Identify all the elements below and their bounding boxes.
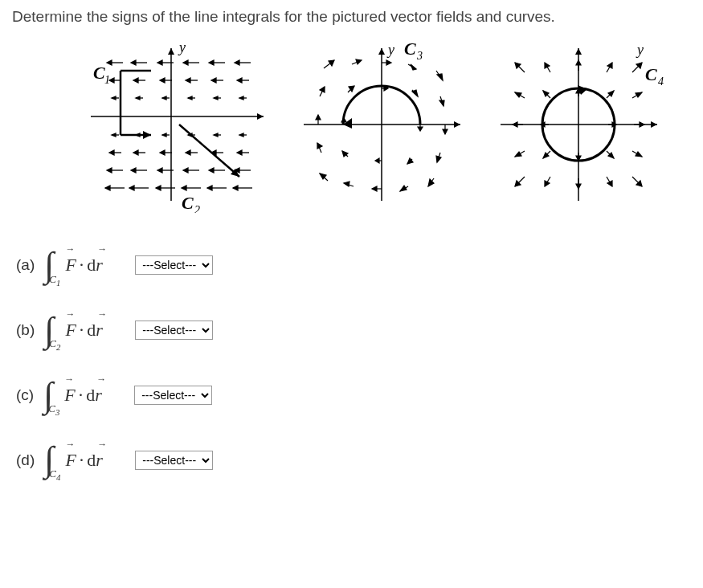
svg-marker-15 xyxy=(235,60,239,65)
curve-label-c2: C xyxy=(182,193,194,213)
svg-marker-79 xyxy=(129,186,134,190)
svg-marker-35 xyxy=(188,96,192,100)
question-d: (d) ∫ C4 F · dr ---Select--- xyxy=(16,447,691,472)
svg-marker-194 xyxy=(576,184,581,189)
svg-marker-25 xyxy=(211,78,216,83)
svg-marker-39 xyxy=(239,96,243,100)
svg-marker-55 xyxy=(133,150,138,155)
svg-marker-149 xyxy=(651,121,657,128)
svg-marker-139 xyxy=(344,182,349,186)
svg-marker-81 xyxy=(156,186,161,190)
svg-marker-109 xyxy=(320,87,325,92)
svg-marker-85 xyxy=(207,186,212,190)
select-c[interactable]: ---Select--- xyxy=(134,386,212,405)
svg-marker-91 xyxy=(143,131,151,139)
svg-marker-131 xyxy=(375,158,379,163)
svg-marker-172 xyxy=(513,122,517,127)
svg-marker-96 xyxy=(454,121,460,128)
axis-label-y-2: y xyxy=(386,42,394,58)
curve-label-c2-sub: 2 xyxy=(194,204,200,213)
svg-marker-69 xyxy=(157,168,162,173)
svg-marker-63 xyxy=(237,150,242,155)
svg-marker-5 xyxy=(107,60,112,65)
svg-marker-123 xyxy=(418,127,423,131)
svg-marker-13 xyxy=(209,60,214,65)
svg-marker-99 xyxy=(329,60,334,66)
svg-marker-19 xyxy=(133,78,138,83)
svg-marker-105 xyxy=(411,64,416,70)
svg-marker-170 xyxy=(636,92,642,97)
integral-a: ∫ C1 F · dr xyxy=(44,253,121,278)
svg-marker-77 xyxy=(105,186,110,190)
curve-label-c1: C xyxy=(93,63,105,83)
select-b[interactable]: ---Select--- xyxy=(135,321,213,340)
svg-marker-51 xyxy=(239,133,243,137)
instruction-text: Determine the signs of the line integral… xyxy=(12,8,691,26)
question-a: (a) ∫ C1 F · dr ---Select--- xyxy=(16,253,691,278)
part-label-d: (d) xyxy=(16,451,35,469)
axis-label-y: y xyxy=(178,40,186,55)
diagram-2: y xyxy=(296,40,468,213)
svg-marker-2 xyxy=(257,113,264,120)
diagrams-row: y xyxy=(12,40,691,213)
svg-marker-156 xyxy=(576,60,581,65)
svg-marker-29 xyxy=(112,96,116,100)
diagram-1: y xyxy=(71,40,272,213)
svg-marker-158 xyxy=(607,63,612,68)
svg-marker-101 xyxy=(356,59,362,64)
svg-marker-71 xyxy=(183,168,188,173)
axis-label-y-3: y xyxy=(636,42,644,58)
curve-label-c3-sub: 3 xyxy=(416,50,423,62)
svg-marker-178 xyxy=(640,122,644,127)
svg-marker-87 xyxy=(233,186,238,190)
select-a[interactable]: ---Select--- xyxy=(135,255,213,275)
svg-marker-57 xyxy=(160,150,165,155)
svg-marker-31 xyxy=(136,96,140,100)
svg-marker-21 xyxy=(160,78,165,83)
part-label-a: (a) xyxy=(16,256,35,274)
svg-marker-196 xyxy=(607,181,612,186)
svg-marker-150 xyxy=(575,48,582,55)
curve-label-c3: C xyxy=(404,40,416,59)
svg-marker-180 xyxy=(515,152,521,157)
svg-marker-141 xyxy=(372,186,377,191)
svg-marker-11 xyxy=(183,60,188,65)
svg-marker-27 xyxy=(237,78,242,83)
svg-marker-107 xyxy=(437,74,443,80)
svg-marker-37 xyxy=(214,96,218,100)
integral-c: ∫ C3 F · dr xyxy=(43,383,120,408)
svg-marker-119 xyxy=(316,115,321,120)
svg-marker-192 xyxy=(545,181,550,186)
part-label-c: (c) xyxy=(16,386,34,404)
svg-marker-117 xyxy=(439,100,444,106)
svg-marker-83 xyxy=(182,186,186,190)
svg-marker-59 xyxy=(186,150,190,155)
svg-marker-9 xyxy=(157,60,162,65)
svg-marker-41 xyxy=(112,133,116,137)
svg-marker-7 xyxy=(131,60,136,65)
svg-marker-53 xyxy=(109,150,114,155)
curve-label-c1-sub: 1 xyxy=(104,74,110,86)
svg-marker-135 xyxy=(436,156,441,162)
svg-marker-143 xyxy=(400,186,407,191)
svg-marker-154 xyxy=(545,63,550,68)
svg-marker-3 xyxy=(168,48,174,55)
svg-marker-33 xyxy=(162,96,166,100)
integral-d: ∫ C4 F · dr xyxy=(44,447,121,472)
svg-marker-125 xyxy=(443,129,448,134)
part-label-b: (b) xyxy=(16,321,35,339)
svg-marker-127 xyxy=(317,143,322,149)
svg-marker-67 xyxy=(131,168,136,173)
svg-marker-23 xyxy=(186,78,190,83)
select-d[interactable]: ---Select--- xyxy=(135,451,213,470)
svg-marker-97 xyxy=(378,48,385,55)
question-c: (c) ∫ C3 F · dr ---Select--- xyxy=(16,383,691,408)
diagram-3: y xyxy=(493,40,665,213)
questions-list: (a) ∫ C1 F · dr ---Select--- (b) ∫ C2 F … xyxy=(12,253,691,472)
svg-marker-49 xyxy=(214,133,218,137)
svg-marker-162 xyxy=(515,92,521,97)
svg-marker-188 xyxy=(636,152,642,157)
curve-label-c4: C xyxy=(645,64,657,84)
question-b: (b) ∫ C2 F · dr ---Select--- xyxy=(16,318,691,343)
svg-marker-45 xyxy=(162,133,166,137)
